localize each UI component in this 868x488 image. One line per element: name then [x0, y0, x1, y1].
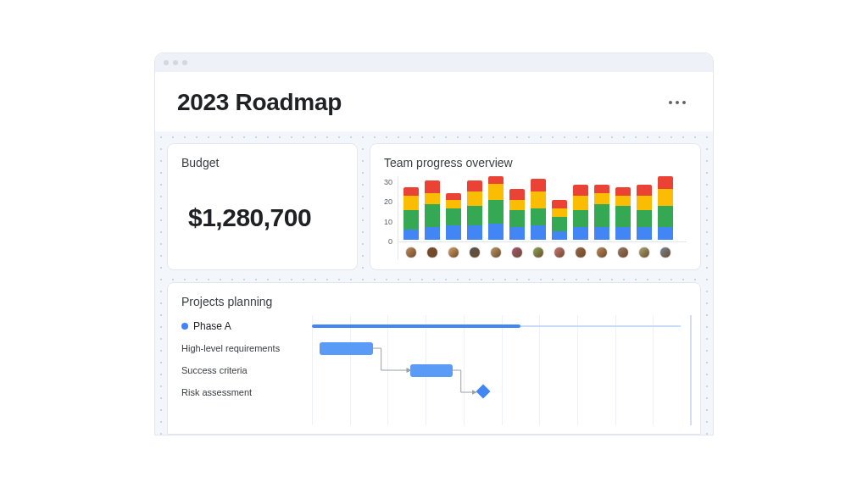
chart-y-tick: 20 [384, 197, 392, 206]
chart-y-tick: 10 [384, 218, 392, 226]
chart-bar[interactable] [509, 189, 525, 240]
team-member-avatar[interactable] [615, 246, 631, 259]
team-member-avatar[interactable] [488, 246, 504, 259]
phase-dot-icon [181, 323, 188, 330]
chart-bar-segment [446, 193, 461, 200]
chart-bar[interactable] [615, 187, 631, 241]
chart-bar[interactable] [637, 185, 652, 240]
chart-bar-segment [658, 189, 673, 206]
chart-bar[interactable] [531, 179, 546, 241]
dashboard-canvas: Budget $1,280,700 Team progress overview… [155, 131, 713, 435]
page-title: 2023 Roadmap [177, 89, 342, 116]
chart-bar-segment [509, 227, 525, 240]
budget-card-title: Budget [181, 156, 343, 169]
team-member-avatar[interactable] [594, 246, 609, 259]
chart-bar-segment [509, 189, 525, 200]
chart-bar-segment [531, 225, 546, 241]
avatar-icon [617, 247, 629, 258]
team-member-avatar[interactable] [446, 246, 461, 259]
avatar-icon [426, 247, 438, 258]
chart-bar-segment [403, 187, 419, 196]
chart-bar-segment [425, 193, 440, 204]
chart-bar-segment [615, 187, 631, 196]
team-member-avatar[interactable] [425, 246, 440, 259]
avatar-icon [448, 247, 459, 258]
team-member-avatar[interactable] [509, 246, 525, 259]
chart-bar[interactable] [594, 185, 609, 240]
budget-value: $1,280,700 [181, 176, 343, 259]
dots-icon [669, 101, 672, 104]
chart-bar-segment [467, 225, 482, 241]
chart-y-tick: 30 [384, 178, 392, 186]
avatar-icon [659, 247, 671, 258]
avatar-icon [405, 247, 417, 258]
chart-bar-segment [403, 210, 419, 230]
chart-bar-segment [425, 180, 440, 193]
chart-bar-segment [488, 200, 504, 224]
team-progress-card[interactable]: Team progress overview 3020100 [370, 143, 701, 270]
chart-bar-segment [509, 210, 525, 227]
chart-bar-segment [594, 227, 609, 240]
chart-bar-segment [403, 230, 419, 241]
chart-bar-segment [637, 196, 652, 211]
chart-bar-segment [573, 196, 588, 211]
avatar-icon [490, 247, 502, 258]
chart-bar-segment [531, 179, 546, 191]
chart-plot-area [398, 176, 687, 259]
chart-bar-segment [467, 206, 482, 225]
avatar-icon [511, 247, 523, 258]
chart-bar-segment [658, 206, 673, 227]
app-window: 2023 Roadmap Budget $1,280,700 Team prog… [154, 53, 714, 435]
chart-bar-segment [531, 191, 546, 208]
chart-bar-segment [615, 196, 631, 207]
chart-y-axis: 3020100 [384, 176, 392, 259]
page-header: 2023 Roadmap [155, 72, 713, 131]
chart-bar[interactable] [488, 176, 504, 240]
chart-bar-segment [637, 227, 652, 240]
more-actions-button[interactable] [664, 96, 691, 109]
phase-label: Phase A [193, 320, 231, 332]
chart-bar-segment [573, 227, 588, 240]
chart-bar-segment [425, 204, 440, 228]
chart-bar-segment [531, 208, 546, 225]
team-progress-title: Team progress overview [384, 156, 687, 169]
projects-planning-title: Projects planning [168, 295, 700, 308]
chart-bar-segment [615, 227, 631, 240]
chart-bar-segment [509, 200, 525, 211]
team-progress-chart: 3020100 [384, 176, 687, 259]
dots-icon [682, 101, 686, 104]
chart-bar-segment [425, 227, 440, 240]
chart-bar-segment [488, 224, 504, 240]
chart-bar[interactable] [425, 180, 440, 240]
gantt-dependency-lines [312, 315, 692, 425]
team-member-avatar[interactable] [531, 246, 546, 259]
gantt-task-label: High-level requirements [181, 343, 280, 353]
chart-bar[interactable] [446, 193, 461, 240]
chart-bar[interactable] [467, 180, 482, 240]
avatar-icon [469, 247, 481, 258]
chart-bar-segment [573, 185, 588, 196]
team-member-avatar[interactable] [637, 246, 652, 259]
team-member-avatar[interactable] [658, 246, 673, 259]
gantt-task-label: Success criteria [181, 365, 248, 375]
team-member-avatar[interactable] [573, 246, 588, 259]
chart-bar-segment [594, 185, 609, 193]
team-member-avatar[interactable] [552, 246, 567, 259]
chart-bar-segment [552, 200, 567, 208]
team-member-avatar[interactable] [467, 246, 482, 259]
chart-bar[interactable] [552, 200, 567, 241]
chart-bar-segment [488, 184, 504, 200]
traffic-light-icon [182, 60, 187, 65]
chart-bar-segment [488, 176, 504, 184]
team-member-avatar[interactable] [403, 246, 419, 259]
chart-bar-segment [594, 193, 609, 204]
chart-bar[interactable] [403, 187, 419, 241]
window-titlebar [155, 53, 713, 72]
chart-bar[interactable] [573, 185, 588, 240]
dots-icon [676, 101, 679, 104]
chart-bar-segment [658, 176, 673, 189]
chart-bar-segment [594, 204, 609, 228]
budget-card[interactable]: Budget $1,280,700 [167, 143, 358, 270]
projects-planning-card[interactable]: Projects planning Phase A High [167, 282, 701, 435]
chart-bar[interactable] [658, 176, 673, 240]
